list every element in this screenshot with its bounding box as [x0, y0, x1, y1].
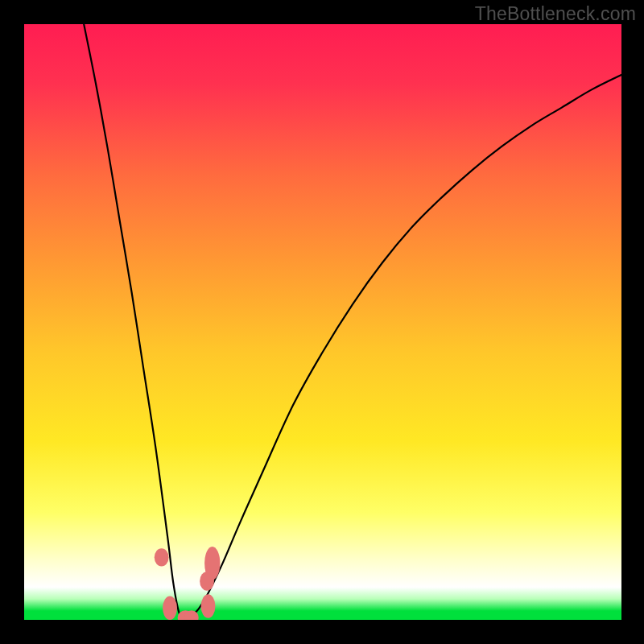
curve-marker	[200, 572, 214, 591]
chart-frame: TheBottleneck.com	[0, 0, 644, 644]
gradient-background	[24, 24, 621, 620]
plot-area	[24, 24, 621, 620]
curve-marker	[201, 594, 216, 618]
watermark-text: TheBottleneck.com	[475, 3, 636, 25]
curve-marker	[155, 548, 169, 566]
curve-marker	[163, 596, 177, 620]
bottleneck-chart	[24, 24, 621, 620]
